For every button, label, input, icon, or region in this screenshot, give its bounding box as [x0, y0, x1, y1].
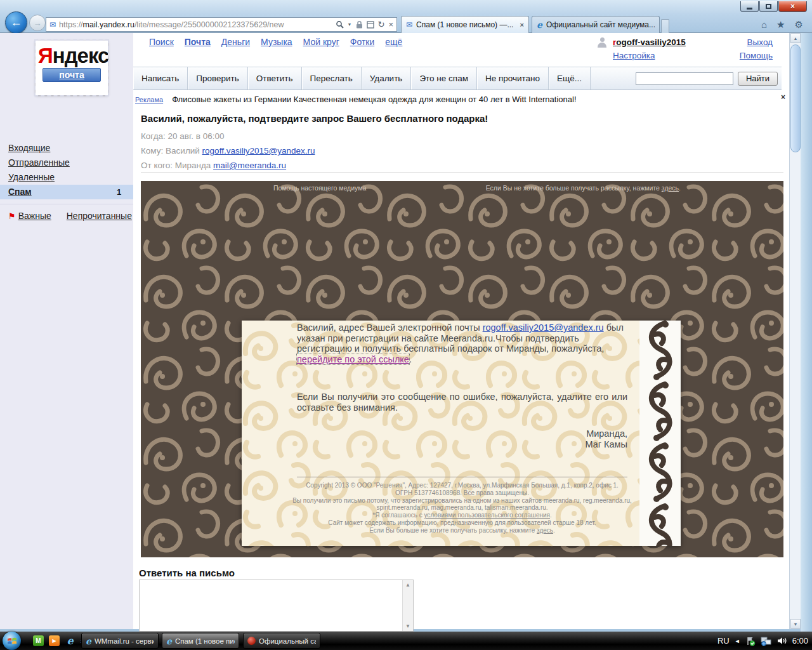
back-button[interactable]: ← — [5, 11, 27, 34]
mail-search-input[interactable] — [636, 72, 733, 85]
settings-gear-icon[interactable]: ⚙ — [795, 19, 803, 30]
volume-icon[interactable] — [776, 636, 787, 646]
avatar — [596, 37, 608, 48]
taskbar: М ▶ e » e WMmail.ru - серви... e Спам (1… — [0, 632, 812, 650]
ornament-border — [639, 321, 681, 546]
ie-quicklaunch-icon[interactable]: e — [65, 635, 75, 646]
page-scrollbar[interactable]: ▲ ▼ — [789, 33, 801, 629]
tab-medium-site[interactable]: e Официальный сайт медиума... — [532, 16, 660, 33]
ad-close-icon[interactable]: × — [781, 93, 785, 102]
taskbar-item-site[interactable]: Официальный сай... — [243, 633, 320, 649]
minimize-icon — [747, 8, 752, 10]
restore-button[interactable] — [759, 1, 778, 12]
scrollbar-down-button[interactable]: ▼ — [790, 619, 801, 629]
favorites-star-icon[interactable]: ★ — [776, 19, 785, 30]
tab-title: Официальный сайт медиума... — [546, 20, 655, 29]
minimize-button[interactable] — [740, 1, 759, 12]
sidebar: Яндекс почта Входящие Отправленные Удале… — [0, 33, 133, 629]
footer-unsubscribe-link[interactable]: здесь — [537, 527, 553, 534]
wmmail-quicklaunch-icon[interactable]: М — [33, 635, 44, 646]
unsubscribe-link[interactable]: здесь — [662, 184, 679, 192]
logout-link[interactable]: Выход — [747, 37, 773, 47]
email-header-right: Если Вы не хотите больше получать рассыл… — [486, 184, 681, 192]
url-text[interactable]: https://mail.yandex.ru/lite/message/2550… — [59, 20, 332, 29]
forward-button[interactable]: → — [29, 15, 46, 31]
meta-from: От кого: Миранда mail@meeranda.ru — [141, 158, 315, 173]
sidebar-item-inbox[interactable]: Входящие — [8, 143, 50, 153]
forward-button-mail[interactable]: Переслать — [302, 67, 362, 90]
nav-money[interactable]: Деньги — [221, 37, 250, 47]
filter-important[interactable]: ⚑Важные — [8, 211, 51, 221]
terms-link[interactable]: условиями пользовательского соглашения — [424, 512, 550, 519]
meta-divider — [141, 172, 783, 173]
tab-title: Спам (1 новое письмо) —... — [416, 20, 516, 29]
check-mail-button[interactable]: Проверить — [188, 67, 248, 90]
meta-to: Кому: Василий rogoff.vasiliy2015@yandex.… — [141, 143, 315, 158]
close-icon: × — [790, 2, 795, 11]
meta-when: Когда: 20 авг. в 06:00 — [141, 129, 315, 143]
scroll-up-icon[interactable]: ▲ — [405, 582, 410, 588]
tab-spam[interactable]: ✉ Спам (1 новое письмо) —... × — [401, 16, 529, 33]
nav-photos[interactable]: Фотки — [350, 37, 374, 47]
scrollbar-thumb[interactable] — [790, 44, 801, 152]
back-arrow-icon: ← — [11, 16, 22, 29]
nav-circle[interactable]: Мой круг — [303, 37, 339, 47]
mark-unread-button[interactable]: Не прочитано — [477, 67, 549, 90]
forward-arrow-icon: → — [34, 18, 42, 28]
stop-icon[interactable]: × — [388, 20, 393, 29]
help-link[interactable]: Помощь — [740, 51, 773, 60]
email-address-link[interactable]: rogoff.vasiliy2015@yandex.ru — [483, 322, 604, 333]
search-dropdown-icon[interactable]: ▼ — [348, 22, 352, 27]
tray-expand-icon[interactable]: ◄ — [735, 638, 740, 644]
spam-unread-count: 1 — [117, 187, 121, 197]
language-indicator[interactable]: RU — [717, 636, 730, 646]
email-content-panel: Василий, адрес Вашей электронной почты r… — [242, 321, 681, 546]
address-bar[interactable]: ✉ https://mail.yandex.ru/lite/message/25… — [46, 17, 397, 32]
home-icon[interactable]: ⌂ — [761, 19, 767, 30]
compose-button[interactable]: Написать — [133, 67, 188, 90]
scrollbar-up-button[interactable]: ▲ — [790, 33, 801, 43]
compatibility-view-icon[interactable] — [367, 21, 374, 29]
not-spam-button[interactable]: Это не спам — [411, 67, 477, 90]
sidebar-item-deleted[interactable]: Удаленные — [8, 172, 55, 182]
yandex-logo[interactable]: Яндекс почта — [36, 41, 108, 95]
sender-email-link[interactable]: mail@meeranda.ru — [213, 161, 286, 170]
find-button[interactable]: Найти — [738, 72, 778, 86]
clock[interactable]: 6:00 — [792, 636, 808, 646]
quick-launch: М ▶ e » — [33, 632, 85, 650]
delete-button[interactable]: Удалить — [362, 67, 412, 90]
action-center-flag-icon[interactable] — [745, 636, 756, 646]
scroll-down-icon[interactable]: ▼ — [405, 623, 410, 629]
sidebar-item-spam[interactable]: Спам — [8, 187, 32, 197]
close-button[interactable]: × — [778, 1, 807, 12]
settings-link[interactable]: Настройка — [613, 51, 655, 60]
start-button[interactable] — [3, 632, 21, 650]
ad-label-link[interactable]: Реклама — [135, 96, 163, 103]
taskbar-item-wmmail[interactable]: e WMmail.ru - серви... — [81, 633, 159, 649]
ad-text[interactable]: Флисовые жакеты из Германии Качественная… — [172, 95, 576, 104]
email-header-left: Помощь настоящего медиума — [273, 184, 366, 192]
textarea-scrollbar[interactable]: ▲ ▼ — [402, 580, 413, 631]
nav-more[interactable]: ещё — [385, 37, 402, 47]
lock-icon[interactable] — [356, 20, 363, 29]
search-icon[interactable] — [336, 20, 344, 29]
filter-unread[interactable]: Непрочитанные — [67, 211, 132, 221]
sidebar-item-sent[interactable]: Отправленные — [8, 157, 70, 168]
recipient-email-link[interactable]: rogoff.vasiliy2015@yandex.ru — [202, 146, 315, 156]
email-footer-divider — [297, 477, 627, 477]
network-icon[interactable] — [761, 636, 771, 646]
nav-search[interactable]: Поиск — [149, 37, 174, 47]
nav-mail[interactable]: Почта — [185, 37, 211, 47]
media-quicklaunch-icon[interactable]: ▶ — [49, 635, 60, 646]
nav-music[interactable]: Музыка — [261, 37, 292, 47]
confirmation-link[interactable]: перейдите по этой ссылке — [297, 354, 409, 364]
username-link[interactable]: rogoff-vasiliy2015 — [613, 37, 686, 47]
more-button[interactable]: Ещё... — [549, 67, 591, 90]
refresh-icon[interactable]: ↻ — [378, 20, 385, 29]
tab-close-icon[interactable]: × — [520, 21, 524, 29]
reply-button[interactable]: Ответить — [248, 67, 302, 90]
site-favicon-icon — [247, 637, 256, 645]
taskbar-item-spam[interactable]: e Спам (1 новое пис... — [162, 633, 239, 649]
reply-textarea[interactable]: ▲ ▼ — [139, 580, 414, 632]
new-tab-button[interactable] — [661, 19, 669, 33]
